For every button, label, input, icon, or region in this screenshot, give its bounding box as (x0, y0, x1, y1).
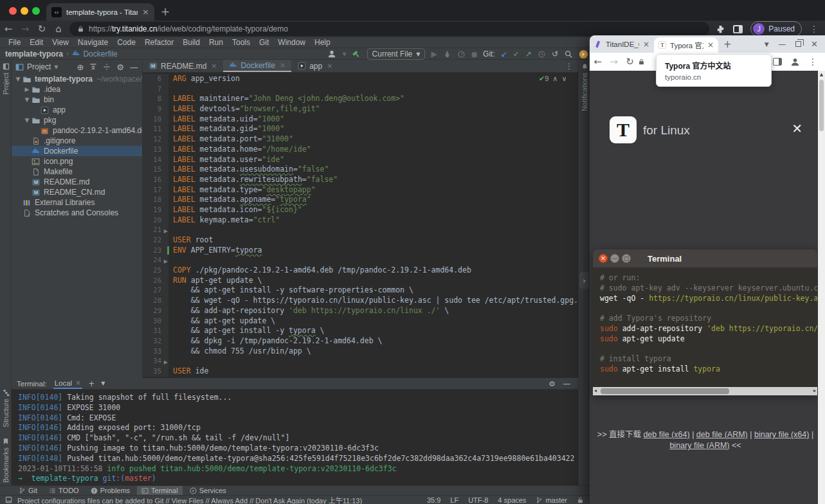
tree-item-template-typora[interactable]: ▼template-typora~/workspace/templa (12, 74, 142, 84)
scroll-left-icon[interactable]: ◂ (594, 388, 597, 393)
git-branch-widget[interactable]: master (536, 496, 567, 504)
stripe-structure-button[interactable]: Structure (0, 389, 12, 428)
browser-menu-icon[interactable]: ⋮ (810, 24, 819, 34)
hide-panel-icon[interactable]: — (130, 62, 138, 72)
reload-icon[interactable]: ↻ (33, 23, 50, 35)
address-bar[interactable]: https://try.titanide.cn/ide/web/coding/t… (69, 22, 709, 36)
overlay-close-icon[interactable]: ✕ (811, 39, 818, 49)
ubuntu-minimize-icon[interactable]: — (610, 254, 619, 263)
menu-file[interactable]: File (4, 38, 25, 47)
toolwindow-services[interactable]: Services (185, 486, 231, 495)
overlay-tab-titanide[interactable]: TitanIDE_Clo× (590, 35, 654, 53)
gutter-line-17[interactable]: 17 (143, 185, 168, 195)
gutter-line-30[interactable]: 30 (143, 316, 168, 327)
code-editor[interactable]: 6ARG app_version78LABEL maintainer="John… (143, 73, 578, 378)
overlay-side-panel-icon[interactable] (773, 58, 782, 66)
profile-button[interactable]: J Paused (750, 21, 802, 37)
toolwindow-todo[interactable]: TODO (44, 486, 84, 495)
scroll-right-icon[interactable]: ▸ (813, 388, 816, 393)
gutter-line-26[interactable]: 26 (143, 276, 168, 286)
tree-item-.idea[interactable]: ▶.idea (12, 84, 142, 94)
readonly-lock-icon[interactable] (577, 496, 584, 504)
gutter-line-33[interactable]: 33 (143, 346, 168, 357)
gutter-line-32[interactable]: 32 (143, 336, 168, 346)
gutter-line-20[interactable]: 20 (143, 215, 168, 226)
gutter-line-7[interactable]: 7 (143, 84, 168, 94)
terminal-output[interactable]: INFO[0140] Taking snapshot of full files… (12, 390, 578, 484)
forward-icon[interactable]: → (17, 23, 33, 35)
ubuntu-close-icon[interactable]: ✕ (599, 254, 608, 263)
gutter-line-8[interactable]: 8 (143, 94, 168, 104)
scrollbar-thumb[interactable] (601, 388, 729, 394)
terminal-minimize-icon[interactable]: — (563, 379, 571, 388)
tree-item-pandoc-2.19.2-1-amd64.deb[interactable]: pandoc-2.19.2-1-amd64.deb (12, 125, 142, 136)
tree-item-external libraries[interactable]: External Libraries (12, 197, 142, 208)
menu-window[interactable]: Window (273, 38, 310, 47)
collapse-all-icon[interactable] (89, 63, 97, 71)
download-link[interactable]: deb file (ARM) (696, 430, 748, 439)
panel-expander-chevron[interactable]: › (579, 272, 589, 289)
gutter-line-25[interactable]: 25 (143, 266, 168, 276)
gutter-line-6[interactable]: 6 (143, 74, 168, 84)
menu-view[interactable]: View (48, 38, 73, 47)
gutter-line-35[interactable]: 35 (143, 366, 168, 377)
overlay-restore-icon[interactable] (795, 41, 801, 47)
page-scrollbar[interactable]: ▲ (818, 71, 825, 504)
gutter-line-34[interactable]: 34▶ (143, 356, 168, 366)
overlay-forward-icon[interactable]: → (606, 56, 622, 68)
tab-close-icon[interactable]: × (643, 40, 649, 49)
editor-tab-dockerfile[interactable]: Dockerfile× (223, 60, 292, 72)
gutter-line-19[interactable]: 19 (143, 205, 168, 215)
overlay-menu-icon[interactable]: ⋮ (808, 57, 817, 67)
git-update-icon[interactable]: ↙ (501, 50, 507, 59)
gutter-line-13[interactable]: 13 (143, 145, 168, 155)
scroll-up-icon[interactable]: ▲ (818, 72, 825, 77)
extensions-icon[interactable] (716, 24, 725, 34)
gutter-line-18[interactable]: 18 (143, 195, 168, 205)
prev-problem-icon[interactable]: ∧ (552, 75, 558, 83)
gutter-line-14[interactable]: 14 (143, 155, 168, 165)
project-settings-gear-icon[interactable]: ⚙ (116, 62, 124, 72)
download-link[interactable]: binary file (x64) (754, 430, 809, 439)
tree-item-dockerfile[interactable]: Dockerfile (12, 146, 142, 156)
project-panel-title[interactable]: Project (27, 62, 51, 71)
menu-navigate[interactable]: Navigate (73, 38, 113, 47)
menu-help[interactable]: Help (310, 38, 335, 47)
traffic-minimize-icon[interactable] (21, 7, 28, 15)
tree-item-pkg[interactable]: ▼pkg (12, 115, 142, 125)
editor-tab-app[interactable]: app× (291, 60, 338, 72)
stripe-notifications-button[interactable]: Notifications (579, 63, 590, 111)
statusbar-window-icon[interactable] (5, 496, 12, 503)
tree-item-scratches and consoles[interactable]: Scratches and Consoles (12, 208, 142, 218)
user-icon[interactable] (327, 50, 336, 59)
indent-setting[interactable]: 4 spaces (498, 496, 526, 504)
horizontal-scrollbar[interactable]: ◂ ▸ (593, 387, 817, 395)
overlay-back-icon[interactable]: ← (590, 56, 606, 68)
gutter-line-22[interactable]: 22 (143, 235, 168, 246)
search-icon[interactable] (564, 50, 573, 59)
gutter-line-10[interactable]: 10 (143, 114, 168, 125)
tab-close-icon[interactable]: × (211, 62, 217, 70)
expand-all-icon[interactable] (103, 63, 111, 71)
gutter-line-31[interactable]: 31 (143, 326, 168, 336)
gutter-line-15[interactable]: 15 (143, 165, 168, 175)
gutter-line-27[interactable]: 27 (143, 285, 168, 296)
gutter-line-9[interactable]: 9 (143, 104, 168, 114)
editor-tab-readme.md[interactable]: MREADME.md× (143, 60, 223, 72)
tree-item-readme_cn.md[interactable]: MREADME_CN.md (12, 187, 142, 197)
terminal-tab-local[interactable]: Local × (53, 378, 82, 389)
stop-icon[interactable]: ■ (471, 51, 477, 58)
overlay-new-tab-icon[interactable]: + (723, 39, 732, 50)
traffic-close-icon[interactable] (9, 7, 17, 15)
menu-edit[interactable]: Edit (25, 38, 48, 47)
editor-tab-options-icon[interactable]: ⋮ (560, 60, 578, 72)
tree-item-icon.png[interactable]: icon.png (12, 156, 142, 166)
tree-item-bin[interactable]: ▼bin (12, 94, 142, 105)
caret-position[interactable]: 35:9 (427, 496, 440, 504)
ubuntu-terminal-output[interactable]: # or run:# sudo apt-key adv --keyserver … (593, 267, 817, 387)
overlay-reload-icon[interactable]: ↻ (622, 56, 638, 68)
menu-code[interactable]: Code (113, 38, 140, 47)
side-panel-icon[interactable] (733, 25, 743, 33)
gutter-line-29[interactable]: 29 (143, 306, 168, 316)
gutter-line-11[interactable]: 11 (143, 124, 168, 134)
